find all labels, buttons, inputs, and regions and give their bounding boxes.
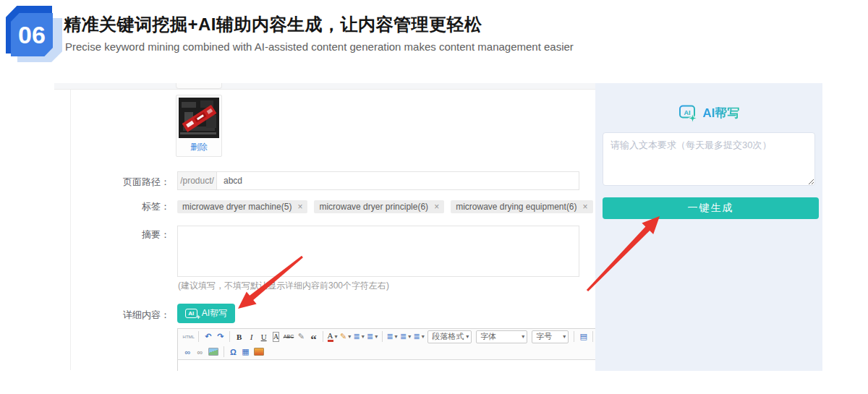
section-number-badge: 06	[6, 4, 62, 62]
font-background-icon-glyph: A	[273, 332, 279, 342]
paragraph-format-select[interactable]: 段落格式▾	[427, 330, 472, 343]
font-size-select[interactable]: 字号▾	[532, 330, 569, 343]
chevron-down-icon: ▾	[348, 333, 351, 340]
chevron-down-icon: ▾	[522, 333, 524, 340]
toolbar-separator	[323, 331, 323, 342]
unordered-list-icon[interactable]: ≣▾	[366, 330, 378, 343]
line-height-icon[interactable]: ≣▾	[413, 330, 425, 343]
toolbar-separator	[574, 331, 574, 342]
chevron-down-icon: ▾	[422, 333, 425, 340]
unlink-icon[interactable]: ∞	[195, 346, 205, 359]
outdent-icon[interactable]: ≣▾	[386, 330, 399, 343]
redo-icon[interactable]: ↷	[215, 330, 226, 343]
editor-toolbar-row2: ∞∞Ω▦	[178, 344, 612, 359]
ai-write-button[interactable]: AI+ AI帮写	[177, 304, 235, 323]
align-icon[interactable]: ≣▾	[399, 330, 412, 343]
remove-tag-button[interactable]: ×	[583, 202, 588, 211]
summary-textarea[interactable]	[177, 226, 579, 277]
undo-icon[interactable]: ↶	[203, 330, 213, 343]
ai-sparkle-icon: AI	[678, 103, 698, 123]
font-size-select-value: 字号	[536, 331, 552, 342]
italic-icon-glyph: I	[250, 333, 253, 341]
table-icon[interactable]: ▦	[240, 346, 251, 359]
delete-image-link[interactable]: 删除	[179, 141, 219, 153]
link-icon[interactable]: ∞	[182, 346, 193, 359]
chevron-down-icon: ▾	[335, 333, 338, 340]
outdent-icon-glyph: ≣	[386, 332, 393, 341]
toolbar-separator	[198, 331, 199, 342]
ordered-list-icon[interactable]: ≣▾	[353, 330, 365, 343]
svg-text:AI: AI	[684, 109, 690, 116]
page-path-input[interactable]	[217, 172, 579, 189]
highlight-icon[interactable]: ✎▾	[339, 330, 352, 343]
ai-panel: AI AI帮写 一键生成	[595, 83, 822, 371]
chevron-down-icon: ▾	[375, 333, 378, 340]
ai-panel-title: AI帮写	[703, 105, 740, 121]
line-height-icon-glyph: ≣	[413, 332, 420, 341]
highlight-icon-glyph: ✎	[340, 332, 346, 341]
unordered-list-icon-glyph: ≣	[367, 332, 373, 341]
strikethrough-icon[interactable]: ABC	[283, 330, 294, 343]
font-color-icon-glyph: A	[328, 331, 333, 342]
remove-tag-button[interactable]: ×	[434, 202, 439, 211]
page-path-input-group: /product/	[177, 171, 579, 190]
product-thumbnail-image	[179, 98, 219, 138]
toolbar-separator	[224, 346, 224, 357]
source-code-icon-glyph: HTML	[183, 335, 195, 339]
editor-content-area[interactable]	[178, 359, 612, 371]
thumbnail-card: 删除	[176, 95, 222, 157]
page: 06 精准关键词挖掘+AI辅助内容生成，让内容管理更轻松 Precise key…	[0, 0, 868, 394]
remove-format-icon-glyph: ✎	[298, 332, 305, 341]
path-prefix: /product/	[178, 172, 217, 189]
anchor-icon-glyph: ▤	[579, 332, 587, 341]
chevron-down-icon: ▾	[466, 333, 469, 340]
blockquote-icon[interactable]: “	[308, 330, 319, 343]
chevron-down-icon: ▾	[563, 333, 566, 340]
bold-icon[interactable]: B	[234, 330, 244, 343]
underline-icon[interactable]: U	[258, 330, 269, 343]
font-color-icon[interactable]: A▾	[327, 330, 339, 343]
chevron-down-icon: ▾	[362, 333, 365, 340]
special-char-icon[interactable]: Ω	[228, 346, 239, 359]
summary-hint: (建议填写，不填写默认显示详细内容前300个字符左右)	[178, 280, 389, 292]
editor-toolbar-row1: HTML↶↷BIUAABC✎“A▾✎▾≣▾≣▾≣▾≣▾≣▾段落格式▾字体▾字号▾…	[178, 329, 612, 344]
strikethrough-icon-glyph: ABC	[284, 334, 294, 339]
rich-text-editor: HTML↶↷BIUAABC✎“A▾✎▾≣▾≣▾≣▾≣▾≣▾段落格式▾字体▾字号▾…	[177, 328, 613, 371]
link-icon-glyph: ∞	[185, 348, 191, 356]
redo-icon-glyph: ↷	[217, 332, 224, 341]
remove-tag-button[interactable]: ×	[297, 202, 302, 211]
cropped-upload-cell	[176, 83, 222, 89]
italic-icon[interactable]: I	[246, 330, 257, 343]
summary-label: 摘要：	[54, 228, 170, 241]
page-title: 精准关键词挖掘+AI辅助内容生成，让内容管理更轻松	[64, 13, 482, 36]
ai-plus-icon: AI+	[185, 309, 197, 318]
font-background-icon[interactable]: A	[271, 330, 281, 343]
table-icon-glyph: ▦	[242, 347, 249, 356]
page-subtitle: Precise keyword mining combined with AI-…	[65, 40, 574, 53]
align-icon-glyph: ≣	[400, 332, 407, 341]
generate-button[interactable]: 一键生成	[603, 197, 819, 219]
toolbar-separator	[229, 331, 230, 342]
remove-format-icon[interactable]: ✎	[296, 330, 307, 343]
media-icon[interactable]	[252, 346, 265, 359]
underline-icon-glyph: U	[261, 333, 267, 341]
tag-pill: microwave dryer principle(6)×	[314, 200, 444, 213]
ai-requirement-input[interactable]	[603, 132, 815, 186]
detail-content-label: 详细内容：	[54, 309, 170, 322]
tag-label: microwave dryer principle(6)	[319, 202, 428, 212]
font-family-select[interactable]: 字体▾	[476, 330, 527, 343]
bold-icon-glyph: B	[237, 333, 242, 341]
page-path-label: 页面路径：	[54, 176, 170, 189]
tag-label: microwave dryer machine(5)	[182, 202, 292, 212]
blockquote-icon-glyph: “	[310, 331, 317, 343]
source-code-icon[interactable]: HTML	[182, 330, 195, 343]
tags-field[interactable]: microwave dryer machine(5)×microwave dry…	[177, 197, 579, 216]
chevron-down-icon: ▾	[395, 333, 398, 340]
toolbar-separator	[382, 331, 383, 342]
image-icon[interactable]	[207, 346, 220, 359]
toolbar-separator	[592, 331, 593, 342]
media-icon-glyph	[254, 348, 264, 356]
badge-number: 06	[11, 13, 53, 56]
paragraph-format-select-value: 段落格式	[432, 331, 464, 342]
anchor-icon[interactable]: ▤	[578, 330, 589, 343]
